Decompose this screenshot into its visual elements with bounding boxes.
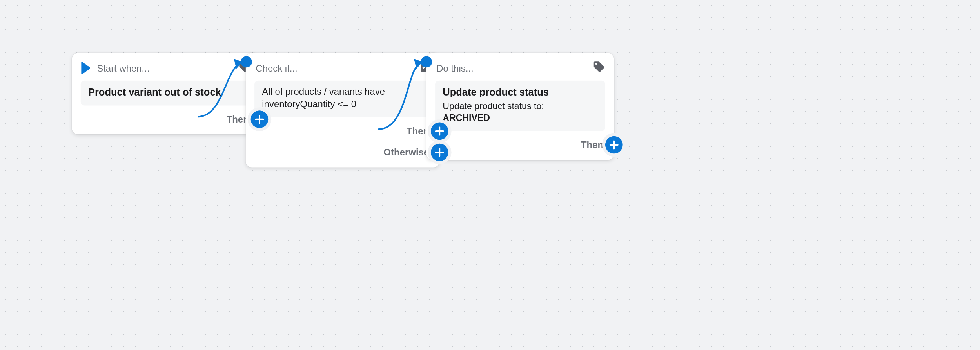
tag-icon[interactable] [593, 61, 605, 76]
node-check-then-row: Then [254, 122, 431, 140]
node-check-header: Check if... [254, 61, 431, 76]
node-action-body-sub: Update product status to: ARCHIVED [443, 100, 598, 124]
node-check-title: Check if... [256, 63, 412, 73]
then-label: Then [407, 126, 429, 136]
add-step-button[interactable] [251, 110, 269, 128]
node-action-header: Do this... [435, 61, 605, 76]
node-check-body-text: All of products / variants have inventor… [262, 86, 423, 111]
node-action-body-title: Update product status [443, 86, 598, 99]
add-step-button[interactable] [431, 143, 448, 161]
node-start-then-row: Then [81, 110, 251, 128]
workflow-canvas[interactable]: Start when... Product variant out of sto… [0, 0, 980, 350]
play-icon [81, 62, 91, 74]
node-start-body-text: Product variant out of stock [88, 86, 243, 99]
otherwise-label: Otherwise [383, 147, 429, 157]
node-action-body[interactable]: Update product status Update product sta… [435, 81, 605, 131]
node-start-title: Start when... [97, 63, 232, 73]
add-step-button[interactable] [605, 136, 623, 153]
node-action-title: Do this... [436, 63, 586, 73]
node-start[interactable]: Start when... Product variant out of sto… [72, 53, 260, 134]
node-start-header: Start when... [81, 61, 251, 76]
node-check-body[interactable]: All of products / variants have inventor… [254, 81, 431, 117]
node-action-then-row: Then [435, 136, 605, 153]
node-check[interactable]: Check if... All of products / variants h… [246, 53, 439, 167]
node-action[interactable]: Do this... Update product status Update … [426, 53, 614, 160]
node-start-body[interactable]: Product variant out of stock [81, 81, 251, 105]
then-label: Then [581, 139, 603, 150]
node-check-otherwise-row: Otherwise [254, 143, 431, 161]
add-step-button[interactable] [431, 122, 448, 140]
